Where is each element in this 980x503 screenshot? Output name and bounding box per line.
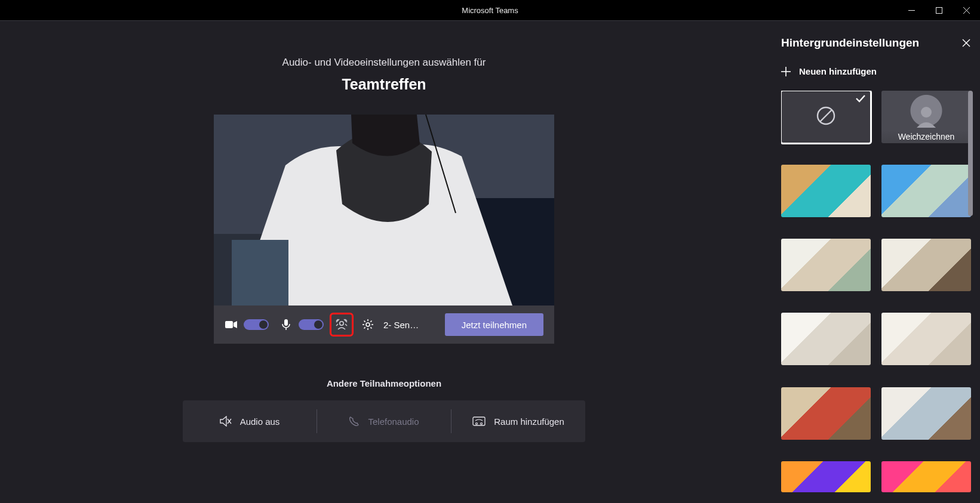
audio-off-option[interactable]: Audio aus	[183, 416, 317, 427]
titlebar[interactable]: Microsoft Teams	[0, 0, 980, 20]
svg-line-26	[370, 321, 371, 322]
window-controls	[898, 0, 980, 20]
add-room-option[interactable]: Raum hinzufügen	[451, 416, 585, 427]
background-image-option[interactable]	[881, 461, 971, 492]
other-options-title: Andere Teilnahmeoptionen	[327, 378, 441, 388]
svg-line-38	[820, 110, 832, 122]
plus-icon	[781, 67, 791, 76]
svg-line-17	[336, 324, 338, 326]
device-label[interactable]: 2- Sen…	[383, 320, 419, 330]
phone-audio-option: Telefonaudio	[317, 416, 451, 427]
background-effects-icon	[336, 319, 348, 331]
scrollbar[interactable]	[968, 91, 973, 216]
svg-line-25	[370, 327, 371, 328]
mic-icon	[279, 318, 293, 331]
background-image-option[interactable]	[781, 165, 871, 217]
av-controls: 2- Sen… Jetzt teilnehmen	[214, 305, 554, 344]
minimize-button[interactable]	[898, 0, 925, 20]
background-image-option[interactable]	[881, 165, 971, 217]
background-image-option[interactable]	[781, 387, 871, 440]
thumb-label: Weichzeichnen	[881, 130, 971, 143]
svg-line-18	[345, 324, 347, 326]
background-settings-panel: Hintergrundeinstellungen Neuen hinzufüge…	[768, 20, 980, 503]
join-button-label: Jetzt teilnehmen	[462, 320, 527, 330]
svg-rect-10	[284, 319, 288, 326]
person-icon	[914, 104, 938, 130]
background-image-option[interactable]	[881, 387, 971, 440]
svg-line-27	[364, 327, 365, 328]
gear-icon	[362, 319, 374, 331]
window-title: Microsoft Teams	[462, 6, 518, 15]
svg-point-32	[481, 423, 483, 425]
other-options: Audio aus Telefonaudio Raum hinzufügen	[183, 400, 585, 442]
svg-rect-7	[232, 240, 288, 305]
mic-toggle[interactable]	[299, 319, 324, 330]
room-icon	[472, 416, 486, 426]
close-icon	[962, 39, 970, 47]
phone-icon	[349, 416, 360, 427]
svg-point-31	[476, 423, 478, 425]
camera-toggle[interactable]	[244, 319, 269, 330]
add-new-label: Neuen hinzufügen	[799, 66, 877, 76]
background-grid: Weichzeichnen	[781, 91, 974, 503]
add-new-background-button[interactable]: Neuen hinzufügen	[781, 66, 974, 76]
svg-line-24	[364, 321, 365, 322]
close-button[interactable]	[953, 0, 980, 20]
add-room-label: Raum hinzufügen	[494, 416, 564, 427]
panel-title: Hintergrundeinstellungen	[781, 36, 959, 50]
audio-off-label: Audio aus	[240, 416, 280, 427]
background-effects-button[interactable]	[330, 313, 354, 337]
background-none-option[interactable]	[781, 91, 871, 143]
background-image-option[interactable]	[881, 239, 971, 291]
meeting-name: Teamtreffen	[342, 76, 426, 93]
svg-point-19	[366, 323, 370, 326]
check-icon	[855, 94, 866, 105]
svg-point-12	[340, 322, 343, 325]
background-image-option[interactable]	[881, 313, 971, 365]
camera-preview	[214, 115, 554, 305]
background-blur-option[interactable]: Weichzeichnen	[881, 91, 971, 143]
device-settings-button[interactable]	[360, 319, 376, 331]
svg-point-39	[921, 107, 932, 118]
svg-rect-30	[473, 417, 485, 425]
background-image-option[interactable]	[781, 313, 871, 365]
speaker-mute-icon	[220, 416, 232, 427]
svg-rect-9	[225, 321, 233, 328]
none-icon	[816, 106, 836, 128]
prejoin-area: Audio- und Videoeinstellungen auswählen …	[0, 20, 768, 503]
background-image-option[interactable]	[781, 461, 871, 492]
maximize-button[interactable]	[925, 0, 953, 20]
phone-audio-label: Telefonaudio	[368, 416, 419, 427]
svg-rect-1	[936, 7, 942, 13]
background-image-option[interactable]	[781, 239, 871, 291]
panel-close-button[interactable]	[959, 35, 974, 51]
prejoin-subtitle: Audio- und Videoeinstellungen auswählen …	[282, 57, 486, 69]
camera-icon	[225, 318, 238, 331]
join-button[interactable]: Jetzt teilnehmen	[445, 313, 543, 336]
